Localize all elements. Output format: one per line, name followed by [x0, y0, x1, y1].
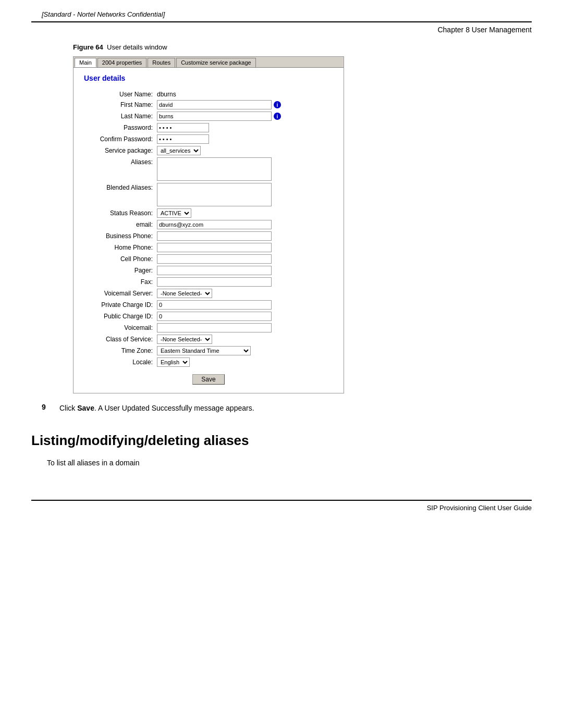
home-phone-row: Home Phone: — [84, 243, 333, 252]
class-of-service-select[interactable]: -None Selected- — [157, 335, 212, 344]
password-input[interactable] — [157, 123, 209, 132]
public-charge-id-input[interactable] — [157, 312, 272, 321]
status-reason-label: Status Reason: — [84, 208, 157, 217]
fax-label: Fax: — [84, 277, 157, 286]
figure-caption-text: User details window — [107, 43, 167, 51]
cell-phone-input[interactable] — [157, 254, 272, 264]
figure-label: Figure 64 — [73, 43, 103, 51]
locale-row: Locale: English — [84, 357, 333, 367]
password-control — [157, 123, 333, 132]
private-charge-id-row: Private Charge ID: — [84, 300, 333, 310]
locale-select[interactable]: English — [157, 357, 190, 367]
confidential-header: [Standard - Nortel Networks Confidential… — [31, 10, 532, 18]
first-name-input[interactable] — [157, 100, 272, 109]
figure-number: 64 — [95, 43, 103, 51]
fax-row: Fax: — [84, 277, 333, 287]
step9-number: 9 — [42, 403, 52, 411]
email-label: email: — [84, 220, 157, 228]
tab-routes-label: Routes — [152, 59, 170, 66]
save-row: Save — [84, 371, 333, 385]
voicemail-server-label: Voicemail Server: — [84, 289, 157, 297]
service-package-row: Service package: all_services — [84, 146, 333, 155]
service-package-select[interactable]: all_services — [157, 146, 201, 155]
last-name-label: Last Name: — [84, 112, 157, 120]
tab-2004-properties[interactable]: 2004 properties — [97, 58, 146, 67]
pager-row: Pager: — [84, 266, 333, 275]
home-phone-input[interactable] — [157, 243, 272, 252]
voicemail-server-row: Voicemail Server: -None Selected- — [84, 289, 333, 298]
first-name-control: i — [157, 100, 333, 109]
confirm-password-label: Confirm Password: — [84, 134, 157, 143]
first-name-row: First Name: i — [84, 100, 333, 109]
business-phone-label: Business Phone: — [84, 231, 157, 240]
home-phone-label: Home Phone: — [84, 243, 157, 251]
aliases-row: Aliases: — [84, 157, 333, 181]
confirm-password-row: Confirm Password: — [84, 134, 333, 144]
pager-label: Pager: — [84, 266, 157, 274]
business-phone-control — [157, 231, 333, 241]
user-details-title: User details — [84, 74, 333, 82]
figure-caption: Figure 64 User details window — [73, 43, 532, 51]
email-input[interactable] — [157, 220, 272, 229]
tab-customize-label: Customize service package — [181, 59, 251, 66]
service-package-control: all_services — [157, 146, 333, 155]
locale-control: English — [157, 357, 333, 367]
pager-input[interactable] — [157, 266, 272, 275]
fax-input[interactable] — [157, 277, 272, 287]
aliases-textarea[interactable] — [157, 157, 272, 181]
aliases-control — [157, 157, 333, 181]
voicemail-server-control: -None Selected- — [157, 289, 333, 298]
public-charge-id-control — [157, 312, 333, 321]
pager-control — [157, 266, 333, 275]
email-row: email: — [84, 220, 333, 229]
class-of-service-row: Class of Service: -None Selected- — [84, 335, 333, 344]
last-name-info-icon[interactable]: i — [274, 113, 281, 120]
blended-aliases-label: Blended Aliases: — [84, 183, 157, 191]
footer-text: SIP Provisioning Client User Guide — [427, 504, 532, 512]
last-name-input[interactable] — [157, 112, 272, 121]
status-reason-select[interactable]: ACTIVE — [157, 208, 191, 218]
class-of-service-label: Class of Service: — [84, 335, 157, 343]
first-name-info-icon[interactable]: i — [274, 101, 281, 108]
aliases-label: Aliases: — [84, 157, 157, 166]
last-name-control: i — [157, 112, 333, 121]
private-charge-id-label: Private Charge ID: — [84, 300, 157, 309]
password-label: Password: — [84, 123, 157, 131]
page-container: [Standard - Nortel Networks Confidential… — [0, 0, 563, 728]
tab-main-label: Main — [79, 59, 92, 66]
public-charge-id-row: Public Charge ID: — [84, 312, 333, 321]
public-charge-id-label: Public Charge ID: — [84, 312, 157, 320]
private-charge-id-input[interactable] — [157, 300, 272, 310]
tab-routes[interactable]: Routes — [148, 58, 175, 67]
tab-customize-service[interactable]: Customize service package — [176, 58, 256, 67]
cell-phone-row: Cell Phone: — [84, 254, 333, 264]
voicemail-input[interactable] — [157, 323, 272, 332]
business-phone-input[interactable] — [157, 231, 272, 241]
tab-main[interactable]: Main — [75, 58, 96, 67]
section-intro: To list all aliases in a domain — [47, 457, 532, 468]
voicemail-row: Voicemail: — [84, 323, 333, 332]
voicemail-server-select[interactable]: -None Selected- — [157, 289, 212, 298]
last-name-row: Last Name: i — [84, 112, 333, 121]
blended-aliases-control — [157, 183, 333, 206]
chapter-header: Chapter 8 User Management — [31, 21, 532, 34]
save-button[interactable]: Save — [192, 374, 224, 385]
status-reason-control: ACTIVE — [157, 208, 333, 218]
cell-phone-control — [157, 254, 333, 264]
step9-row: 9 Click Save. A User Updated Successfull… — [42, 403, 532, 414]
section-heading: Listing/modifying/deleting aliases — [31, 433, 532, 449]
blended-aliases-textarea[interactable] — [157, 183, 272, 206]
time-zone-select[interactable]: Eastern Standard Time — [157, 346, 251, 355]
service-package-label: Service package: — [84, 146, 157, 154]
step9-text: Click Save. A User Updated Successfully … — [59, 403, 254, 414]
cell-phone-label: Cell Phone: — [84, 254, 157, 263]
footer-bar: SIP Provisioning Client User Guide — [31, 500, 532, 512]
voicemail-label: Voicemail: — [84, 323, 157, 331]
class-of-service-control: -None Selected- — [157, 335, 333, 344]
confirm-password-input[interactable] — [157, 134, 209, 144]
time-zone-label: Time Zone: — [84, 346, 157, 354]
chapter-title: Chapter 8 User Management — [437, 26, 532, 34]
status-reason-row: Status Reason: ACTIVE — [84, 208, 333, 218]
voicemail-control — [157, 323, 333, 332]
tab-2004-label: 2004 properties — [102, 59, 142, 66]
